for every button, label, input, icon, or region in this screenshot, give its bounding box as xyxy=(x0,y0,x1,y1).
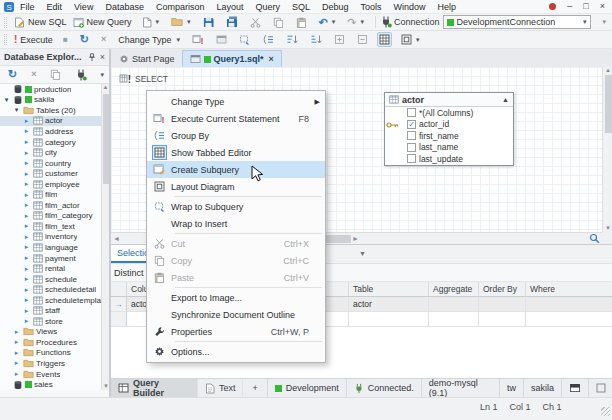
column-item-all-columns[interactable]: *(All Columns) xyxy=(385,107,513,119)
chevron-collapsed-icon[interactable]: ▸ xyxy=(22,317,31,325)
context-item-execute-current-statement[interactable]: !Execute Current StatementF8 xyxy=(147,110,325,127)
status-segment-demo-mysql-9-1[interactable]: demo-mysql (9.1) xyxy=(421,379,499,397)
close-tab-icon[interactable]: × xyxy=(269,54,274,64)
chevron-collapsed-icon[interactable]: ▸ xyxy=(22,138,31,146)
chevron-collapsed-icon[interactable]: ▸ xyxy=(22,191,31,199)
tree-item-events[interactable]: ▸Events xyxy=(0,369,102,380)
table-card-header[interactable]: actor ▲ xyxy=(385,93,513,107)
tree-item-sales[interactable]: sales xyxy=(0,379,102,390)
execute-button[interactable]: ! Execute xyxy=(11,32,56,47)
tab-start-page[interactable]: Start Page xyxy=(112,50,182,67)
chevron-collapsed-icon[interactable]: ▸ xyxy=(22,212,31,220)
maximize-button[interactable]: □ xyxy=(583,2,588,11)
scrollbar-thumb[interactable] xyxy=(103,94,109,184)
status-segment-output-panel-icon[interactable] xyxy=(561,379,588,397)
add-view-button[interactable]: + xyxy=(243,379,266,397)
context-item-options[interactable]: Options... xyxy=(147,343,325,360)
column-checkbox[interactable] xyxy=(407,143,416,152)
new-query-button[interactable]: New Query xyxy=(70,15,135,30)
scroll-down-icon[interactable]: ▼ xyxy=(103,383,109,389)
menu-edit[interactable]: Edit xyxy=(41,1,69,13)
context-item-properties[interactable]: PropertiesCtrl+W, P xyxy=(147,323,325,340)
tab-query1-sql[interactable]: Query1.sql*× xyxy=(182,50,282,67)
tree-item-schedule[interactable]: ▸schedule xyxy=(0,274,102,285)
tree-item-address[interactable]: ▸address xyxy=(0,126,102,137)
tree-item-employee[interactable]: ▸employee xyxy=(0,179,102,190)
column-item-first-name[interactable]: first_name xyxy=(385,130,513,142)
chevron-collapsed-icon[interactable]: ▸ xyxy=(12,349,21,357)
column-item-last-update[interactable]: last_update xyxy=(385,153,513,165)
connection-select[interactable]: DevelopmentConnection ▾ xyxy=(443,15,591,29)
column-header-table[interactable]: Table xyxy=(349,282,429,297)
magnifier-icon[interactable] xyxy=(589,233,600,244)
tree-item-views[interactable]: ▸Views xyxy=(0,327,102,338)
chevron-collapsed-icon[interactable]: ▸ xyxy=(22,307,31,315)
chevron-collapsed-icon[interactable]: ▸ xyxy=(22,222,31,230)
tree-item-procedures[interactable]: ▸Procedures xyxy=(0,337,102,348)
context-item-export-to-image[interactable]: Export to Image... xyxy=(147,289,325,306)
view-tab-text[interactable]: Text xyxy=(198,379,244,397)
tabbed-editor-button[interactable] xyxy=(377,32,392,47)
redo-button[interactable]: ↷▾ xyxy=(344,15,367,30)
grid-cell[interactable] xyxy=(349,312,429,327)
scroll-up-icon[interactable]: ▲ xyxy=(603,67,612,73)
tree-item-country[interactable]: ▸country xyxy=(0,158,102,169)
menu-query[interactable]: Query xyxy=(249,1,286,13)
chevron-collapsed-icon[interactable]: ▸ xyxy=(22,201,31,209)
scroll-up-icon[interactable]: ▲ xyxy=(102,84,109,90)
collapse-card-icon[interactable]: ▲ xyxy=(502,96,509,103)
cut-button[interactable] xyxy=(247,15,264,30)
menu-help[interactable]: Help xyxy=(432,1,463,13)
context-item-wrap-to-insert[interactable]: Wrap to Insert xyxy=(147,215,325,232)
chevron-collapsed-icon[interactable]: ▸ xyxy=(22,265,31,273)
chevron-collapsed-icon[interactable]: ▸ xyxy=(22,170,31,178)
collapse-all-button[interactable] xyxy=(354,32,371,47)
chevron-collapsed-icon[interactable]: ▸ xyxy=(22,149,31,157)
tree-item-payment[interactable]: ▸payment xyxy=(0,253,102,264)
chevron-expanded-icon[interactable]: ▾ xyxy=(12,106,21,114)
tree-item-actor[interactable]: ▸actor xyxy=(0,116,102,127)
tree-item-rental[interactable]: ▸rental xyxy=(0,263,102,274)
chevron-collapsed-icon[interactable]: ▸ xyxy=(22,159,31,167)
column-checkbox[interactable] xyxy=(407,108,416,117)
save-button[interactable] xyxy=(200,15,217,30)
tree-item-scheduledetail[interactable]: ▸scheduledetail xyxy=(0,284,102,295)
grid-cell[interactable] xyxy=(429,312,479,327)
new-sql-button[interactable]: New SQL xyxy=(11,15,70,30)
column-header-where[interactable]: Where xyxy=(526,282,612,297)
paste-button[interactable] xyxy=(293,15,310,30)
view-tab-query-builder[interactable]: Query Builder xyxy=(111,379,198,397)
open-button[interactable]: ▾ xyxy=(168,15,194,30)
tree-item-film[interactable]: ▸film xyxy=(0,189,102,200)
pin-icon[interactable] xyxy=(88,53,96,62)
delete-button[interactable]: × xyxy=(28,67,39,82)
sort-ascending-button[interactable] xyxy=(283,32,301,47)
undo-button[interactable]: ↶▾ xyxy=(316,15,339,30)
chevron-collapsed-icon[interactable]: ▸ xyxy=(12,328,21,336)
menu-debug[interactable]: Debug xyxy=(316,1,355,13)
context-item-synchronize-document-outline[interactable]: Synchronize Document Outline xyxy=(147,306,325,323)
tree-item-triggers[interactable]: ▸Triggers xyxy=(0,358,102,369)
new-connection-button[interactable] xyxy=(72,67,90,82)
menu-tools[interactable]: Tools xyxy=(355,1,388,13)
column-checkbox[interactable] xyxy=(407,154,416,163)
tree-item-inventory[interactable]: ▸inventory xyxy=(0,232,102,243)
tree-item-store[interactable]: ▸store xyxy=(0,316,102,327)
explorer-scrollbar[interactable]: ▲ ▼ xyxy=(101,84,109,390)
resize-grip[interactable] xyxy=(601,407,610,416)
tree-item-city[interactable]: ▸city xyxy=(0,147,102,158)
wrap-to-subquery-button[interactable] xyxy=(236,32,253,47)
grid-cell[interactable] xyxy=(479,312,526,327)
vertical-scrollbar[interactable]: ▲ ▼ xyxy=(602,67,612,232)
chevron-collapsed-icon[interactable]: ▸ xyxy=(12,359,21,367)
tree-item-language[interactable]: ▸language xyxy=(0,242,102,253)
expand-all-button[interactable] xyxy=(331,32,348,47)
chevron-collapsed-icon[interactable]: ▸ xyxy=(22,254,31,262)
chevron-collapsed-icon[interactable]: ▸ xyxy=(12,370,21,378)
column-checkbox[interactable]: ✓ xyxy=(407,120,416,129)
tree-item-film-category[interactable]: ▸film_category xyxy=(0,211,102,222)
context-item-group-by[interactable]: Group By xyxy=(147,127,325,144)
change-type-select[interactable]: Change Type ▾ xyxy=(113,32,185,47)
menu-comparison[interactable]: Comparison xyxy=(150,1,211,13)
pin-editor-button[interactable] xyxy=(213,32,230,47)
